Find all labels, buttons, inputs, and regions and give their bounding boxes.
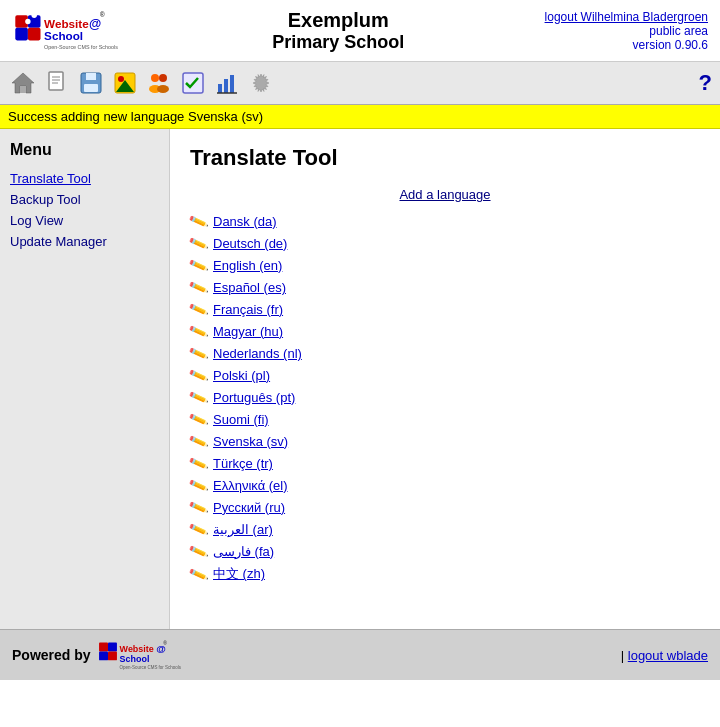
edit-icon: ✏️ bbox=[188, 365, 209, 386]
svg-rect-2 bbox=[15, 28, 28, 41]
edit-icon: ✏️ bbox=[188, 387, 209, 408]
edit-icon: ✏️ bbox=[188, 497, 209, 518]
edit-icon: ✏️ bbox=[188, 541, 209, 562]
edit-icon: ✏️ bbox=[188, 321, 209, 342]
add-language-link[interactable]: Add a language bbox=[190, 187, 700, 202]
edit-icon: ✏️ bbox=[188, 519, 209, 540]
svg-rect-30 bbox=[230, 75, 234, 93]
settings-icon[interactable] bbox=[246, 68, 276, 98]
svg-text:Website: Website bbox=[119, 644, 153, 654]
list-item: ✏️Suomi (fi) bbox=[190, 410, 700, 428]
language-link[interactable]: Русский (ru) bbox=[213, 500, 285, 515]
stats-icon[interactable] bbox=[212, 68, 242, 98]
svg-rect-13 bbox=[49, 72, 63, 90]
language-link[interactable]: Français (fr) bbox=[213, 302, 283, 317]
svg-rect-3 bbox=[28, 28, 41, 41]
language-list: ✏️Dansk (da)✏️Deutsch (de)✏️English (en)… bbox=[190, 212, 700, 584]
svg-point-26 bbox=[157, 85, 169, 93]
svg-text:®: ® bbox=[163, 640, 167, 646]
list-item: ✏️فارسی (fa) bbox=[190, 542, 700, 560]
footer-logout-link[interactable]: logout wblade bbox=[628, 648, 708, 663]
list-item: ✏️Türkçe (tr) bbox=[190, 454, 700, 472]
edit-icon: ✏️ bbox=[188, 431, 209, 452]
sidebar-item-logview[interactable]: Log View bbox=[10, 213, 159, 228]
main-layout: Menu Translate Tool Backup Tool Log View… bbox=[0, 129, 720, 629]
language-link[interactable]: Türkçe (tr) bbox=[213, 456, 273, 471]
content-area: Translate Tool Add a language ✏️Dansk (d… bbox=[170, 129, 720, 629]
language-link[interactable]: Dansk (da) bbox=[213, 214, 277, 229]
svg-rect-36 bbox=[108, 651, 117, 660]
language-link[interactable]: فارسی (fa) bbox=[213, 544, 274, 559]
edit-icon: ✏️ bbox=[188, 564, 209, 585]
users-icon[interactable] bbox=[144, 68, 174, 98]
language-link[interactable]: Deutsch (de) bbox=[213, 236, 287, 251]
sidebar-logview-label[interactable]: Log View bbox=[10, 213, 63, 228]
sidebar-backup-label[interactable]: Backup Tool bbox=[10, 192, 81, 207]
sidebar-title: Menu bbox=[10, 141, 159, 159]
edit-icon: ✏️ bbox=[188, 409, 209, 430]
help-icon[interactable]: ? bbox=[699, 70, 712, 96]
list-item: ✏️Polski (pl) bbox=[190, 366, 700, 384]
edit-icon: ✏️ bbox=[188, 475, 209, 496]
language-link[interactable]: Polski (pl) bbox=[213, 368, 270, 383]
list-item: ✏️Dansk (da) bbox=[190, 212, 700, 230]
language-link[interactable]: العربية (ar) bbox=[213, 522, 273, 537]
svg-rect-28 bbox=[218, 84, 222, 93]
language-link[interactable]: Suomi (fi) bbox=[213, 412, 269, 427]
svg-text:®: ® bbox=[100, 11, 105, 18]
svg-text:School: School bbox=[44, 29, 83, 42]
list-item: ✏️Français (fr) bbox=[190, 300, 700, 318]
language-link[interactable]: Magyar (hu) bbox=[213, 324, 283, 339]
list-item: ✏️Nederlands (nl) bbox=[190, 344, 700, 362]
footer: Powered by Website @ School ® Open-Sourc… bbox=[0, 629, 720, 680]
edit-icon: ✏️ bbox=[188, 233, 209, 254]
media-icon[interactable] bbox=[110, 68, 140, 98]
header: Website @ School ® Open-Source CMS for S… bbox=[0, 0, 720, 62]
svg-rect-18 bbox=[86, 73, 96, 80]
toolbar-icons bbox=[8, 68, 276, 98]
site-logo[interactable]: Website @ School ® Open-Source CMS for S… bbox=[12, 8, 132, 53]
user-info[interactable]: logout Wilhelmina Bladergroen public are… bbox=[545, 10, 708, 52]
logo-area: Website @ School ® Open-Source CMS for S… bbox=[12, 8, 132, 53]
svg-rect-34 bbox=[108, 642, 117, 651]
list-item: ✏️Svenska (sv) bbox=[190, 432, 700, 450]
list-item: ✏️Русский (ru) bbox=[190, 498, 700, 516]
status-bar: Success adding new language Svenska (sv) bbox=[0, 105, 720, 129]
status-message: Success adding new language Svenska (sv) bbox=[8, 109, 263, 124]
save-icon[interactable] bbox=[76, 68, 106, 98]
sidebar-item-updatemanager[interactable]: Update Manager bbox=[10, 234, 159, 249]
language-link[interactable]: Svenska (sv) bbox=[213, 434, 288, 449]
sidebar-item-translate[interactable]: Translate Tool bbox=[10, 171, 159, 186]
edit-icon: ✏️ bbox=[188, 343, 209, 364]
home-icon[interactable] bbox=[8, 68, 38, 98]
language-link[interactable]: 中文 (zh) bbox=[213, 565, 265, 583]
list-item: ✏️العربية (ar) bbox=[190, 520, 700, 538]
user-area: public area bbox=[545, 24, 708, 38]
svg-text:@: @ bbox=[89, 17, 101, 31]
list-item: ✏️Magyar (hu) bbox=[190, 322, 700, 340]
site-name: Exemplum bbox=[132, 9, 545, 32]
toolbar: ? bbox=[0, 62, 720, 105]
site-title: Exemplum Primary School bbox=[132, 9, 545, 53]
tasks-icon[interactable] bbox=[178, 68, 208, 98]
svg-text:Open-Source CMS for Schools: Open-Source CMS for Schools bbox=[119, 665, 181, 670]
language-link[interactable]: Español (es) bbox=[213, 280, 286, 295]
svg-rect-33 bbox=[99, 642, 108, 651]
edit-icon: ✏️ bbox=[188, 453, 209, 474]
sidebar-item-backup[interactable]: Backup Tool bbox=[10, 192, 159, 207]
svg-point-5 bbox=[25, 19, 30, 24]
page-icon[interactable] bbox=[42, 68, 72, 98]
language-link[interactable]: Português (pt) bbox=[213, 390, 295, 405]
language-link[interactable]: Nederlands (nl) bbox=[213, 346, 302, 361]
sidebar-updatemanager-label[interactable]: Update Manager bbox=[10, 234, 107, 249]
user-logout-link[interactable]: logout Wilhelmina Bladergroen bbox=[545, 10, 708, 24]
language-link[interactable]: English (en) bbox=[213, 258, 282, 273]
language-link[interactable]: Ελληνικά (el) bbox=[213, 478, 288, 493]
svg-point-4 bbox=[32, 13, 37, 18]
content-title: Translate Tool bbox=[190, 145, 700, 171]
sidebar-translate-link[interactable]: Translate Tool bbox=[10, 171, 91, 186]
footer-right: | logout wblade bbox=[621, 648, 708, 663]
svg-rect-12 bbox=[20, 86, 26, 93]
footer-left: Powered by Website @ School ® Open-Sourc… bbox=[12, 638, 187, 672]
sidebar: Menu Translate Tool Backup Tool Log View… bbox=[0, 129, 170, 629]
